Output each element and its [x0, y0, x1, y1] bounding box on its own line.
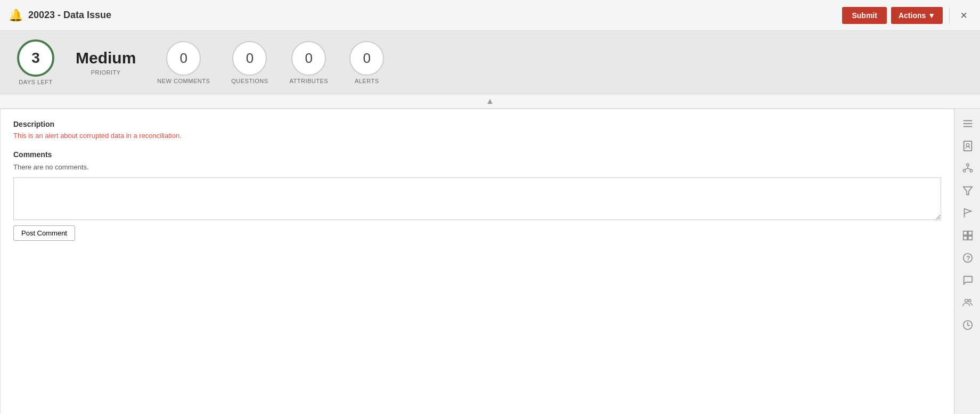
svg-line-10 [968, 168, 971, 169]
clock-icon[interactable] [957, 314, 978, 336]
list-icon[interactable] [957, 113, 978, 134]
alerts-stat: 0 ALERTS [349, 41, 384, 84]
questions-label: QUESTIONS [231, 78, 268, 84]
stats-bar: 3 DAYS LEFT Medium PRIORITY 0 NEW COMMEN… [0, 31, 980, 94]
alerts-circle: 0 [349, 41, 384, 76]
header-actions: Submit Actions ▼ × [842, 6, 971, 25]
no-comments-text: There are no comments. [13, 163, 941, 171]
new-comments-label: NEW COMMENTS [157, 78, 210, 84]
workflow-icon[interactable] [957, 158, 978, 179]
divider [949, 7, 950, 23]
attributes-stat: 0 ATTRIBUTES [290, 41, 329, 84]
content-area: Description This is an alert about corru… [0, 109, 954, 414]
svg-point-4 [966, 143, 969, 147]
report-icon[interactable] [957, 135, 978, 157]
svg-marker-11 [963, 187, 972, 195]
attributes-label: ATTRIBUTES [290, 78, 329, 84]
actions-button[interactable]: Actions ▼ [891, 7, 943, 24]
svg-point-5 [966, 164, 969, 166]
svg-rect-15 [963, 236, 967, 240]
new-comments-stat: 0 NEW COMMENTS [157, 41, 210, 84]
comment-icon[interactable] [957, 270, 978, 291]
days-left-label: DAYS LEFT [19, 79, 53, 85]
priority-stat: Medium PRIORITY [76, 49, 136, 76]
comments-heading: Comments [13, 150, 941, 159]
priority-label: PRIORITY [91, 69, 121, 76]
post-comment-button[interactable]: Post Comment [13, 225, 75, 241]
svg-rect-0 [963, 120, 972, 121]
priority-value: Medium [76, 49, 136, 67]
svg-point-7 [970, 169, 973, 172]
bell-icon: 🔔 [9, 9, 23, 22]
alerts-label: ALERTS [355, 78, 379, 84]
svg-line-9 [964, 168, 967, 169]
days-left-stat: 3 DAYS LEFT [17, 39, 54, 85]
svg-rect-16 [968, 236, 971, 240]
svg-rect-13 [963, 231, 967, 235]
collapse-arrow-icon: ▲ [486, 96, 494, 106]
svg-text:?: ? [966, 255, 970, 262]
questions-circle: 0 [232, 41, 267, 76]
right-sidebar: ? [954, 109, 980, 414]
header: 🔔 20023 - Data Issue Submit Actions ▼ × [0, 0, 980, 31]
question-icon[interactable]: ? [957, 247, 978, 269]
description-text: This is an alert about corrupted data in… [13, 132, 941, 140]
svg-rect-1 [963, 123, 972, 124]
svg-rect-2 [963, 126, 972, 127]
main-content: Description This is an alert about corru… [0, 109, 980, 414]
page-title: 20023 - Data Issue [28, 10, 842, 21]
submit-button[interactable]: Submit [842, 7, 886, 24]
grid-icon[interactable] [957, 225, 978, 246]
chevron-down-icon: ▼ [928, 11, 935, 20]
users-icon[interactable] [957, 292, 978, 313]
svg-point-6 [963, 169, 966, 172]
new-comments-circle: 0 [166, 41, 201, 76]
collapse-bar[interactable]: ▲ [0, 94, 980, 109]
days-left-circle: 3 [17, 39, 54, 77]
flag-icon[interactable] [957, 202, 978, 224]
svg-point-19 [965, 299, 968, 303]
svg-point-20 [968, 299, 971, 302]
svg-rect-3 [963, 141, 971, 151]
filter-icon[interactable] [957, 180, 978, 201]
description-heading: Description [13, 120, 941, 128]
svg-rect-14 [968, 231, 971, 235]
comment-textarea[interactable] [13, 177, 941, 220]
questions-stat: 0 QUESTIONS [231, 41, 268, 84]
close-button[interactable]: × [956, 6, 971, 25]
attributes-circle: 0 [291, 41, 326, 76]
